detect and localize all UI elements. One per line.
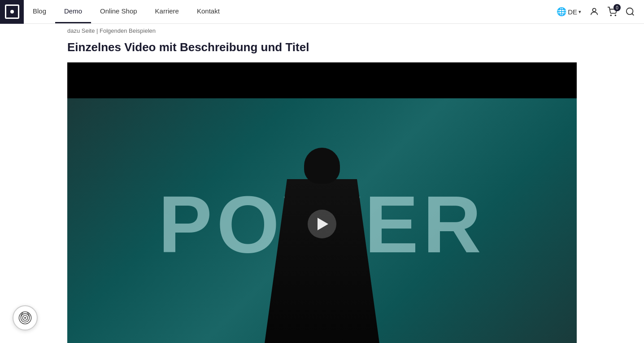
page-title: Einzelnes Video mit Beschreibung und Tit… xyxy=(67,40,577,54)
page-title-area: Einzelnes Video mit Beschreibung und Tit… xyxy=(67,34,577,62)
svg-point-2 xyxy=(615,15,616,16)
svg-point-1 xyxy=(610,15,611,16)
chevron-down-icon: ▾ xyxy=(579,9,581,15)
svg-point-3 xyxy=(627,8,633,15)
main-content: dazu Seite | Folgenden Beispielen Einzel… xyxy=(0,24,644,343)
nav-link-kontakt[interactable]: Kontakt xyxy=(188,0,229,23)
play-button[interactable] xyxy=(308,210,336,238)
nav-link-demo[interactable]: Demo xyxy=(55,0,91,23)
search-button[interactable] xyxy=(625,7,635,17)
nav-link-blog[interactable]: Blog xyxy=(24,0,55,23)
user-account[interactable] xyxy=(589,7,599,17)
breadcrumb: dazu Seite | Folgenden Beispielen xyxy=(67,24,577,34)
video-top-bar xyxy=(67,62,577,98)
silhouette-head xyxy=(304,148,340,184)
silhouette-body xyxy=(264,179,380,343)
search-icon xyxy=(625,7,635,17)
play-triangle-icon xyxy=(318,218,328,230)
accessibility-button[interactable] xyxy=(13,305,38,330)
lang-label: DE xyxy=(568,8,577,16)
svg-point-0 xyxy=(592,9,596,12)
main-nav: Blog Demo Online Shop Karriere Kontakt 🌐… xyxy=(0,0,644,24)
svg-line-4 xyxy=(632,13,634,15)
nav-link-karriere[interactable]: Karriere xyxy=(146,0,188,23)
nav-link-online-shop[interactable]: Online Shop xyxy=(91,0,146,23)
video-container[interactable]: POWER xyxy=(67,62,577,343)
logo-mark xyxy=(5,4,19,19)
fingerprint-icon xyxy=(17,310,33,325)
cart-count-badge: 0 xyxy=(614,4,621,11)
logo-dot xyxy=(10,10,14,13)
nav-right: 🌐 DE ▾ 0 xyxy=(557,7,644,17)
video-silhouette-group xyxy=(255,143,389,343)
video-main[interactable]: POWER xyxy=(67,98,577,343)
globe-icon: 🌐 xyxy=(557,7,566,17)
breadcrumb-text: dazu Seite | Folgenden Beispielen xyxy=(67,27,156,34)
user-icon xyxy=(589,7,599,17)
logo[interactable] xyxy=(0,0,24,24)
nav-links: Blog Demo Online Shop Karriere Kontakt xyxy=(24,0,229,23)
language-selector[interactable]: 🌐 DE ▾ xyxy=(557,7,581,17)
cart-button[interactable]: 0 xyxy=(607,7,617,17)
